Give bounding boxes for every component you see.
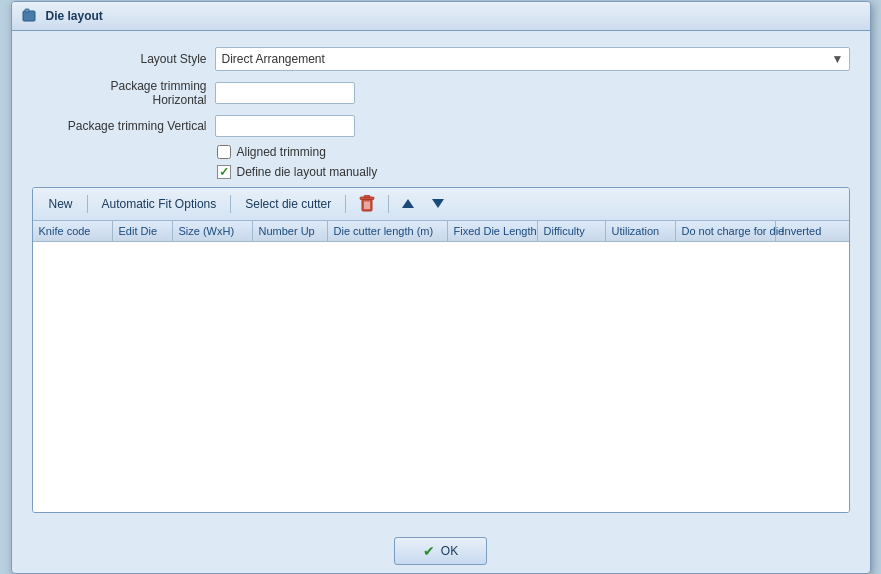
check-mark: ✓ <box>219 165 229 179</box>
separator-2 <box>230 195 231 213</box>
package-trimming-vertical-row: Package trimming Vertical <box>32 115 850 137</box>
table-area: New Automatic Fit Options Select die cut… <box>32 187 850 513</box>
col-utilization: Utilization <box>606 221 676 241</box>
table-header: Knife code Edit Die Size (WxH) Number Up… <box>33 221 849 242</box>
dialog-body: Layout Style Direct Arrangement ▼ Packag… <box>12 31 870 525</box>
new-button[interactable]: New <box>39 194 83 214</box>
dialog-footer: ✔ OK <box>12 525 870 573</box>
svg-rect-4 <box>364 195 370 197</box>
separator-1 <box>87 195 88 213</box>
auto-fit-button[interactable]: Automatic Fit Options <box>92 194 227 214</box>
package-trimming-horizontal-input[interactable] <box>215 82 355 104</box>
col-difficulty: Difficulty <box>538 221 606 241</box>
svg-rect-1 <box>25 9 29 12</box>
package-trimming-horizontal-row: Package trimmingHorizontal <box>32 79 850 107</box>
aligned-trimming-label[interactable]: Aligned trimming <box>237 145 326 159</box>
ok-button[interactable]: ✔ OK <box>394 537 487 565</box>
col-inverted: Inverted <box>776 221 836 241</box>
move-up-button[interactable] <box>396 196 420 211</box>
move-down-button[interactable] <box>426 196 450 211</box>
table-body <box>33 242 849 512</box>
ok-label: OK <box>441 544 458 558</box>
define-die-row: ✓ Define die layout manually <box>217 165 850 179</box>
trash-icon <box>359 195 375 213</box>
layout-style-dropdown-container[interactable]: Direct Arrangement ▼ <box>215 47 850 71</box>
title-bar: Die layout <box>12 2 870 31</box>
layout-style-row: Layout Style Direct Arrangement ▼ <box>32 47 850 71</box>
define-die-label[interactable]: Define die layout manually <box>237 165 378 179</box>
aligned-trimming-checkbox[interactable] <box>217 145 231 159</box>
separator-3 <box>345 195 346 213</box>
col-number-up: Number Up <box>253 221 328 241</box>
layout-style-select[interactable]: Direct Arrangement <box>215 47 850 71</box>
dialog-title: Die layout <box>46 9 103 23</box>
trash-button[interactable] <box>353 192 381 216</box>
define-die-checkbox-checked[interactable]: ✓ <box>217 165 231 179</box>
arrow-down-icon <box>432 199 444 208</box>
package-trimming-vertical-input[interactable] <box>215 115 355 137</box>
die-layout-dialog: Die layout Layout Style Direct Arrangeme… <box>11 1 871 574</box>
layout-style-label: Layout Style <box>32 52 207 66</box>
die-layout-icon <box>22 8 38 24</box>
aligned-trimming-row: Aligned trimming <box>217 145 850 159</box>
col-fixed-die-length: Fixed Die Length <box>448 221 538 241</box>
col-edit-die: Edit Die <box>113 221 173 241</box>
arrow-up-icon <box>402 199 414 208</box>
separator-4 <box>388 195 389 213</box>
col-do-not-charge: Do not charge for die <box>676 221 776 241</box>
toolbar: New Automatic Fit Options Select die cut… <box>33 188 849 221</box>
package-trimming-vertical-label: Package trimming Vertical <box>32 119 207 133</box>
ok-checkmark-icon: ✔ <box>423 543 435 559</box>
package-trimming-horizontal-label: Package trimmingHorizontal <box>32 79 207 107</box>
svg-rect-0 <box>23 11 35 21</box>
select-die-cutter-button[interactable]: Select die cutter <box>235 194 341 214</box>
col-size: Size (WxH) <box>173 221 253 241</box>
col-knife-code: Knife code <box>33 221 113 241</box>
col-die-cutter-length: Die cutter length (m) <box>328 221 448 241</box>
